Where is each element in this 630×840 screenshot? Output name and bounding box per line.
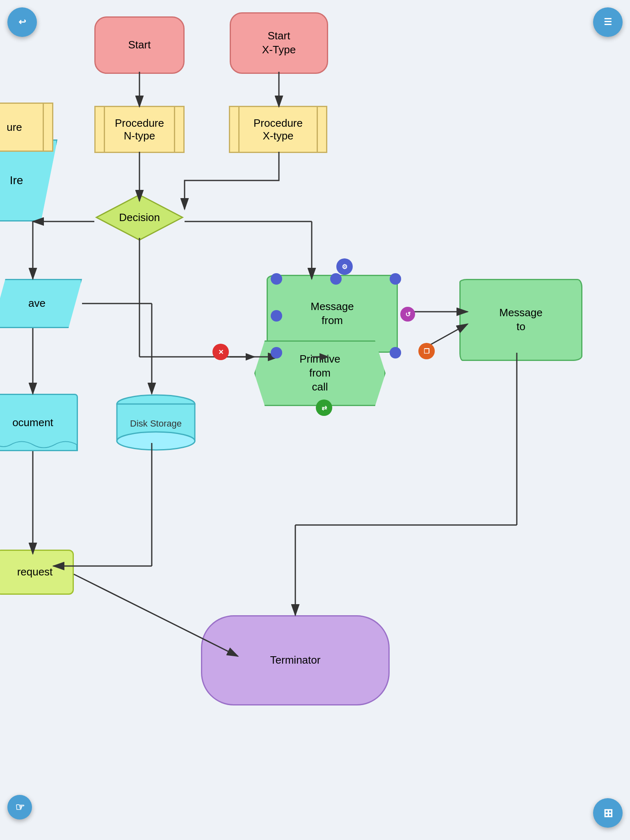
grid-icon: ⊞	[603, 806, 613, 820]
decision-label: Decision	[119, 211, 160, 224]
loop-connector[interactable]: ↺	[400, 307, 415, 322]
gear-connector[interactable]: ⚙	[336, 258, 353, 275]
swap-connector[interactable]: ⇄	[316, 399, 332, 416]
connector-dot-4[interactable]	[271, 347, 282, 358]
terminator-label: Terminator	[270, 653, 321, 667]
proc-partial-label: ure	[7, 121, 22, 134]
connector-dot-5[interactable]	[390, 347, 401, 358]
save-label: ave	[28, 297, 46, 310]
message-to-label: Message to	[499, 306, 543, 334]
hamburger-icon: ☰	[604, 17, 612, 27]
message-to-shape[interactable]: Message to	[459, 279, 582, 361]
proc-xtype-shape[interactable]: Procedure X-type	[229, 106, 327, 153]
request-label: request	[17, 565, 53, 579]
proc-xtype-label: Procedure X-type	[241, 117, 315, 142]
start1-label: Start	[128, 38, 151, 52]
decision-shape[interactable]: Decision	[94, 193, 185, 242]
svg-point-28	[117, 432, 195, 450]
request-shape[interactable]: request	[0, 550, 74, 595]
save-shape[interactable]: ave	[0, 279, 82, 328]
gear-icon: ⚙	[342, 263, 347, 271]
connector-dot-6[interactable]	[271, 310, 282, 322]
loop-icon: ↺	[405, 310, 411, 318]
menu-button[interactable]: ☰	[593, 7, 623, 37]
connector-dot-3[interactable]	[390, 273, 401, 285]
message-from-label: Message from	[310, 300, 354, 328]
ire-label: Ire	[10, 173, 23, 188]
primitive-from-label: Primitive from call	[299, 352, 340, 394]
touch-button[interactable]: ☞	[7, 795, 32, 819]
procedure-partial-shape[interactable]: ure	[0, 103, 53, 152]
swap-icon: ⇄	[322, 404, 327, 412]
copy-icon: ❐	[424, 347, 429, 355]
svg-text:Disk Storage: Disk Storage	[130, 418, 182, 429]
start2-shape[interactable]: Start X-Type	[230, 12, 328, 74]
copy-connector[interactable]: ❐	[418, 343, 435, 359]
terminator-shape[interactable]: Terminator	[201, 615, 390, 705]
document-label: ocument	[12, 416, 53, 429]
ire-shape[interactable]: Ire	[0, 139, 57, 221]
proc-ntype-shape[interactable]: Procedure N-type	[94, 106, 185, 153]
cross-icon: ✕	[218, 348, 224, 356]
document-shape[interactable]: ocument	[0, 394, 78, 451]
cross-connector[interactable]: ✕	[212, 344, 229, 360]
proc-ntype-label: Procedure N-type	[103, 117, 176, 142]
connector-dot-1[interactable]	[271, 273, 282, 285]
start2-label: Start X-Type	[262, 29, 296, 57]
back-button[interactable]: ↩	[7, 7, 37, 37]
connector-dot-2[interactable]	[330, 273, 342, 285]
start1-shape[interactable]: Start	[94, 16, 185, 74]
disk-shape[interactable]: Disk Storage	[115, 394, 197, 451]
touch-icon: ☞	[15, 801, 25, 814]
grid-button[interactable]: ⊞	[593, 798, 623, 828]
